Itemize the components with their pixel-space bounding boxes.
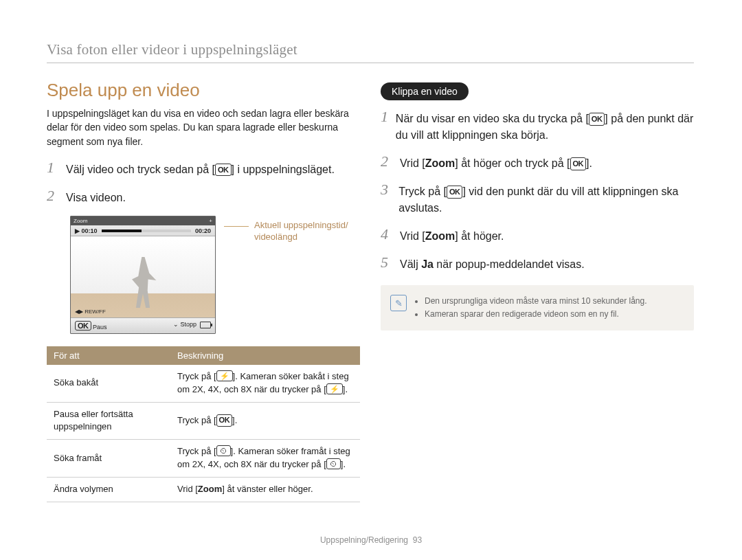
- step: 1Välj video och tryck sedan på [OK] i up…: [47, 159, 360, 178]
- time-total: 00:20: [195, 227, 211, 234]
- leader-line: [224, 226, 249, 227]
- ok-icon: OK: [447, 186, 463, 199]
- step: 2Visa videon.: [47, 188, 360, 206]
- preview-zoom-bar: Zoom+: [71, 216, 215, 225]
- step-number: 2: [381, 153, 393, 170]
- leader-label: Aktuell uppspelningstid/videolängd: [254, 220, 348, 243]
- step-number: 5: [381, 254, 393, 271]
- footer-page: 93: [413, 535, 422, 545]
- footer-section: Uppspelning/Redigering: [320, 535, 408, 545]
- action-cell: Söka bakåt: [47, 365, 170, 402]
- preview-frame: ◀▶ REW/FF: [71, 236, 215, 317]
- time-current: 00:10: [82, 227, 98, 234]
- pause-label: Paus: [93, 324, 107, 331]
- right-column: Klippa en video 1När du visar en video s…: [381, 80, 694, 502]
- step-text: Tryck på [OK] vid den punkt där du vill …: [398, 181, 694, 216]
- step-text: När du visar en video ska du trycka på […: [396, 109, 694, 144]
- step-text: Vrid [Zoom] åt höger och tryck på [OK].: [400, 153, 592, 172]
- action-cell: Ändra volymen: [47, 477, 170, 502]
- progress-bar: [102, 229, 191, 232]
- description-cell: Vrid [Zoom] åt vänster eller höger.: [170, 477, 360, 502]
- table-row: Söka framåtTryck på [⏲]. Kameran söker f…: [47, 440, 360, 478]
- skater-silhouette: [128, 257, 157, 308]
- battery-icon: [200, 322, 211, 328]
- clip-video-heading: Klippa en video: [381, 82, 469, 100]
- step: 4Vrid [Zoom] åt höger.: [381, 226, 694, 245]
- note-item: Den ursprungliga videon måste vara minst…: [425, 295, 647, 308]
- action-cell: Söka framåt: [47, 440, 170, 478]
- header-rule: [47, 63, 694, 63]
- step-text: Välj Ja när popup-meddelandet visas.: [400, 254, 585, 273]
- note-icon: ✎: [390, 295, 407, 311]
- preview-footer: OK Paus ⌄ Stopp: [71, 317, 215, 333]
- intro-text: I uppspelningsläget kan du visa en video…: [47, 107, 360, 148]
- note-item: Kameran sparar den redigerade videon som…: [425, 308, 647, 321]
- notes-list: Den ursprungliga videon måste vara minst…: [415, 295, 647, 321]
- description-cell: Tryck på [OK].: [170, 402, 360, 440]
- step-number: 4: [381, 226, 393, 243]
- breadcrumb: Visa foton eller videor i uppspelningslä…: [47, 41, 694, 58]
- step-number: 1: [47, 159, 59, 176]
- table-row: Ändra volymenVrid [Zoom] åt vänster elle…: [47, 477, 360, 502]
- table-row: Pausa eller fortsätta uppspelningenTryck…: [47, 402, 360, 440]
- description-cell: Tryck på [⚡]. Kameran söker bakåt i steg…: [170, 365, 360, 402]
- controls-table: För att Beskrivning Söka bakåtTryck på […: [47, 346, 360, 502]
- preview-time-bar: ▶ 00:10 00:20: [71, 225, 215, 236]
- ok-icon: OK: [589, 113, 605, 126]
- video-preview-block: Zoom+ ▶ 00:10 00:20 ◀▶ REW/FF OK Paus ⌄ …: [70, 216, 360, 334]
- step-text: Visa videon.: [66, 188, 126, 206]
- description-cell: Tryck på [⏲]. Kameran söker framåt i ste…: [170, 440, 360, 478]
- section-title: Spela upp en video: [47, 80, 360, 101]
- timer-icon: ⏲: [326, 458, 341, 469]
- ok-icon: OK: [570, 157, 587, 170]
- stop-label: Stopp: [180, 321, 196, 328]
- step-text: Vrid [Zoom] åt höger.: [400, 226, 504, 245]
- th-description: Beskrivning: [170, 346, 360, 365]
- step: 3Tryck på [OK] vid den punkt där du vill…: [381, 181, 694, 216]
- step: 2Vrid [Zoom] åt höger och tryck på [OK].: [381, 153, 694, 172]
- step-number: 1: [381, 109, 389, 125]
- ok-icon: OK: [216, 414, 233, 427]
- step: 1När du visar en video ska du trycka på …: [381, 109, 694, 144]
- step-number: 3: [381, 181, 392, 198]
- action-cell: Pausa eller fortsätta uppspelningen: [47, 402, 170, 440]
- right-steps: 1När du visar en video ska du trycka på …: [381, 109, 694, 273]
- table-row: Söka bakåtTryck på [⚡]. Kameran söker ba…: [47, 365, 360, 402]
- flash-icon: ⚡: [326, 383, 343, 394]
- timer-icon: ⏲: [216, 445, 231, 456]
- left-column: Spela upp en video I uppspelningsläget k…: [47, 80, 360, 502]
- ok-icon: OK: [215, 164, 232, 177]
- step: 5Välj Ja när popup-meddelandet visas.: [381, 254, 694, 273]
- ok-icon: OK: [75, 321, 91, 331]
- video-preview: Zoom+ ▶ 00:10 00:20 ◀▶ REW/FF OK Paus ⌄ …: [70, 216, 216, 334]
- note-box: ✎ Den ursprungliga videon måste vara min…: [381, 285, 694, 331]
- zoom-label: Zoom: [74, 218, 87, 224]
- rewff-label: ◀▶ REW/FF: [75, 309, 106, 315]
- step-number: 2: [47, 188, 59, 204]
- th-action: För att: [47, 346, 170, 365]
- left-steps: 1Välj video och tryck sedan på [OK] i up…: [47, 159, 360, 206]
- page-footer: Uppspelning/Redigering 93: [0, 535, 742, 545]
- flash-icon: ⚡: [216, 370, 233, 381]
- callout-leader: Aktuell uppspelningstid/videolängd: [224, 216, 360, 243]
- step-text: Välj video och tryck sedan på [OK] i upp…: [66, 159, 335, 178]
